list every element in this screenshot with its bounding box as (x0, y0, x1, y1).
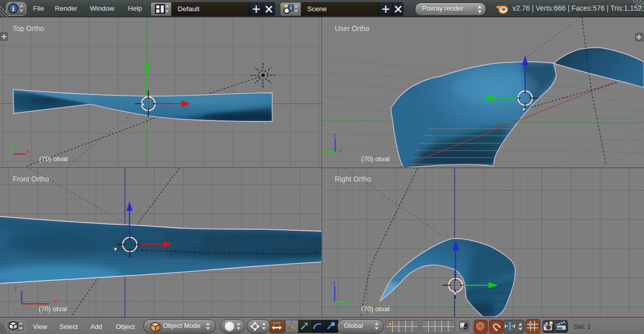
svg-text:x: x (54, 298, 57, 304)
svg-text:y: y (349, 298, 352, 305)
svg-text:(70) otval: (70) otval (39, 305, 67, 313)
svg-text:z: z (14, 285, 17, 291)
svg-text:i: i (12, 5, 14, 13)
svg-text:y: y (15, 136, 18, 142)
svg-text:User Ortho: User Ortho (335, 24, 370, 33)
svg-text:Top Ortho: Top Ortho (13, 24, 44, 33)
svg-text:x: x (26, 148, 29, 154)
svg-text:Right Ortho: Right Ortho (335, 175, 371, 183)
svg-text:z: z (333, 132, 336, 138)
svg-text:Front Ortho: Front Ortho (13, 175, 49, 183)
svg-text:(70) otval: (70) otval (361, 305, 390, 313)
svg-text:x: x (339, 147, 342, 154)
svg-text:y: y (324, 145, 327, 151)
svg-text:(70) otval: (70) otval (361, 155, 390, 163)
svg-text:z: z (333, 279, 336, 285)
svg-text:(70) otval: (70) otval (39, 155, 68, 163)
